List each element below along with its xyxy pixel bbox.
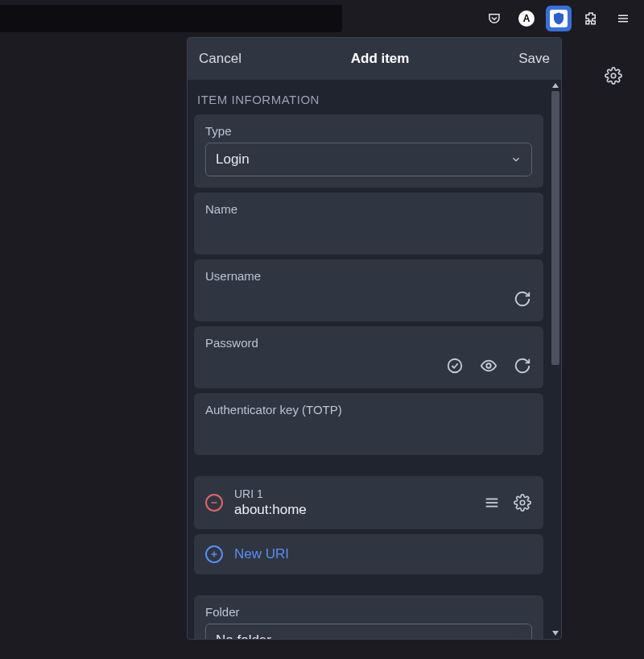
extensions-icon[interactable] [578,6,604,31]
browser-toolbar: A [0,0,644,37]
totp-card: Authenticator key (TOTP) [194,393,543,455]
uri-card: URI 1 about:home [194,476,543,529]
folder-card: Folder No folder [194,595,543,639]
toggle-visibility-icon[interactable] [479,356,498,375]
bitwarden-popup-panel: Cancel Add item Save ITEM INFORMATION Ty… [187,37,562,640]
totp-label: Authenticator key (TOTP) [205,403,532,417]
account-avatar[interactable]: A [514,6,539,31]
password-label: Password [205,336,532,350]
uri-label: URI 1 [234,487,471,500]
name-card: Name [194,193,543,255]
name-label: Name [205,202,532,216]
scroll-up-arrow[interactable] [550,80,561,91]
uri-text[interactable]: URI 1 about:home [234,487,471,518]
username-label: Username [205,269,532,283]
type-select[interactable]: Login [205,143,532,176]
type-label: Type [205,124,532,138]
plus-icon [205,545,223,563]
uri-match-options-icon[interactable] [482,493,502,512]
scroll-area[interactable]: ITEM INFORMATION Type Login Name Usernam… [188,80,550,639]
cancel-button[interactable]: Cancel [199,51,242,67]
username-input[interactable] [205,288,532,310]
hamburger-menu-icon[interactable] [610,6,636,31]
svg-point-10 [520,500,525,505]
avatar-letter: A [518,10,535,27]
uri-value: about:home [234,502,471,518]
name-input[interactable] [205,221,532,243]
username-card: Username [194,259,543,321]
generate-password-icon[interactable] [513,356,532,375]
svg-point-4 [448,359,462,373]
panel-body: ITEM INFORMATION Type Login Name Usernam… [188,80,561,639]
check-password-icon[interactable] [445,356,464,375]
password-icons [445,356,532,375]
save-button[interactable]: Save [518,51,550,67]
toolbar-icons: A [481,6,644,31]
bitwarden-extension-icon[interactable] [546,6,572,31]
scrollbar-thumb[interactable] [551,91,559,365]
remove-uri-button[interactable] [205,494,223,512]
chevron-down-icon [510,154,522,165]
panel-header: Cancel Add item Save [188,38,561,80]
uri-settings-gear-icon[interactable] [513,493,532,512]
folder-label: Folder [205,605,532,619]
pocket-icon[interactable] [481,6,507,31]
svg-marker-14 [552,631,559,636]
page-settings-gear-icon[interactable] [602,64,625,87]
new-uri-button[interactable]: New URI [194,534,543,574]
totp-input[interactable] [205,421,532,444]
svg-marker-13 [552,83,559,88]
svg-point-5 [486,363,491,368]
folder-select-value: No folder [216,632,271,639]
new-uri-label: New URI [234,546,289,562]
folder-select[interactable]: No folder [205,624,532,639]
chevron-down-icon [510,635,522,639]
generate-username-icon[interactable] [513,289,532,309]
url-bar-area [0,5,342,32]
type-select-value: Login [216,151,250,168]
svg-point-3 [611,73,616,78]
section-item-information: ITEM INFORMATION [194,80,543,114]
panel-title: Add item [351,51,410,67]
username-icons [513,289,532,309]
scroll-down-arrow[interactable] [550,628,561,639]
password-card: Password [194,326,543,388]
scrollbar[interactable] [550,80,561,639]
type-card: Type Login [194,114,543,188]
